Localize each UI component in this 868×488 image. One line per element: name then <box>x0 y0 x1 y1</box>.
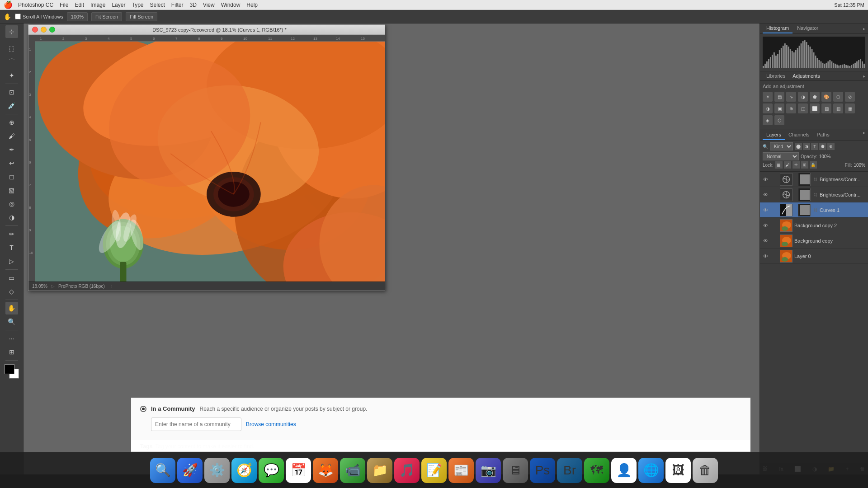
panel-expand-icon-2[interactable]: ▸ <box>863 74 865 79</box>
dock-facetime[interactable]: 📹 <box>340 458 365 483</box>
tab-navigator[interactable]: Navigator <box>793 23 822 33</box>
layer-item-bg-copy-2[interactable]: 👁 Background copy 2 <box>760 218 868 233</box>
layer-visibility-4[interactable]: 👁 <box>762 222 769 229</box>
channel-mixer-icon[interactable]: ⊕ <box>786 103 796 113</box>
healing-brush-tool[interactable]: ⊕ <box>5 116 18 129</box>
brush-tool[interactable]: 🖌 <box>5 130 18 142</box>
layer-item-curves[interactable]: 👁 ⛓ Curves 1 <box>760 202 868 218</box>
selective-color-icon[interactable]: ◈ <box>763 115 773 125</box>
color-balance-icon[interactable]: ⬡ <box>833 92 843 102</box>
extra-tools[interactable]: ··· <box>5 332 18 345</box>
layer-filter-select[interactable]: Kind <box>770 142 793 150</box>
scroll-all-checkbox[interactable] <box>15 14 21 19</box>
menubar-file[interactable]: File <box>60 2 68 8</box>
custom-shape-tool[interactable]: ◇ <box>5 285 18 298</box>
threshold-icon[interactable]: ▥ <box>833 103 843 113</box>
dock-finder[interactable]: 🔍 <box>150 458 175 483</box>
browse-communities-link[interactable]: Browse communities <box>246 421 296 427</box>
layer-visibility-2[interactable]: 👁 <box>762 191 769 198</box>
menubar-photoshop[interactable]: Photoshop CC <box>18 2 53 8</box>
dock-network[interactable]: 🌐 <box>638 458 664 483</box>
gradient-map-icon[interactable]: ▦ <box>845 103 855 113</box>
posterize-icon[interactable]: ▨ <box>821 103 831 113</box>
dock-safari[interactable]: 🧭 <box>231 458 257 483</box>
photo-filter-icon[interactable]: ▣ <box>774 103 784 113</box>
dock-calendar[interactable]: 📅 <box>286 458 311 483</box>
dodge-tool[interactable]: ◑ <box>5 211 18 224</box>
hand-tool[interactable]: ✋ <box>5 302 18 314</box>
menubar-window[interactable]: Window <box>221 2 241 8</box>
gradient-tool[interactable]: ▧ <box>5 184 18 197</box>
minimize-button[interactable] <box>41 27 47 33</box>
lock-paint-icon[interactable]: 🖌 <box>784 161 791 169</box>
scroll-all-windows-check[interactable]: Scroll All Windows <box>15 14 63 19</box>
dock-contacts[interactable]: 👤 <box>611 458 637 483</box>
dock-messages[interactable]: 💬 <box>259 458 284 483</box>
tab-histogram[interactable]: Histogram <box>763 23 793 33</box>
fill-screen-button[interactable]: Fill Screen <box>126 12 157 21</box>
close-button[interactable] <box>32 27 38 33</box>
black-white-icon[interactable]: ◑ <box>763 103 773 113</box>
menubar-type[interactable]: Type <box>132 2 143 8</box>
tab-libraries[interactable]: Libraries <box>763 71 789 80</box>
lock-artboard-icon[interactable]: ⊞ <box>801 161 808 169</box>
move-tool[interactable]: ⊹ <box>5 25 18 38</box>
tab-adjustments[interactable]: Adjustments <box>789 71 824 80</box>
filter-adjustment-icon[interactable]: ◑ <box>803 143 810 150</box>
rectangle-tool[interactable]: ▭ <box>5 272 18 284</box>
menubar-image[interactable]: Image <box>90 2 105 8</box>
exposure-icon[interactable]: ◑ <box>798 92 808 102</box>
document-canvas[interactable] <box>35 42 385 282</box>
apple-menu[interactable]: 🍎 <box>4 0 13 9</box>
dock-photos[interactable]: 🖼 <box>665 458 691 483</box>
lock-move-icon[interactable]: ✛ <box>793 161 800 169</box>
curves-icon[interactable]: ∿ <box>786 92 796 102</box>
zoom-display[interactable]: 100% <box>67 12 88 21</box>
menubar-filter[interactable]: Filter <box>171 2 184 8</box>
menubar-3d[interactable]: 3D <box>190 2 197 8</box>
magic-wand-tool[interactable]: ✦ <box>5 69 18 82</box>
maximize-button[interactable] <box>49 27 55 33</box>
panel-expand-icon-3[interactable]: ▸ <box>863 130 865 140</box>
layer-visibility-5[interactable]: 👁 <box>762 237 769 244</box>
menubar-help[interactable]: Help <box>246 2 258 8</box>
community-name-input[interactable] <box>151 418 241 431</box>
menubar-view[interactable]: View <box>203 2 215 8</box>
panel-expand-icon[interactable]: ▸ <box>863 26 865 31</box>
blur-tool[interactable]: ◎ <box>5 197 18 210</box>
tab-paths[interactable]: Paths <box>813 130 833 140</box>
dock-itunes[interactable]: 🎵 <box>394 458 420 483</box>
fit-screen-button[interactable]: Fit Screen <box>91 12 122 21</box>
foreground-color[interactable] <box>5 364 14 374</box>
clone-stamp-tool[interactable]: ✒ <box>5 143 18 156</box>
menubar-select[interactable]: Select <box>150 2 165 8</box>
filter-pixel-icon[interactable]: ⬤ <box>795 143 802 150</box>
menubar-edit[interactable]: Edit <box>75 2 84 8</box>
community-radio[interactable] <box>140 406 146 412</box>
brightness-contrast-icon[interactable]: ☀ <box>763 92 773 102</box>
vibrance-icon[interactable]: ⬟ <box>810 92 820 102</box>
dock-maps[interactable]: 🗺 <box>584 458 609 483</box>
eyedropper-tool[interactable]: 💉 <box>5 99 18 112</box>
dock-reeder[interactable]: 📰 <box>448 458 474 483</box>
foreground-background-colors[interactable] <box>5 364 19 379</box>
dock-finder2[interactable]: 📁 <box>367 458 392 483</box>
pen-tool[interactable]: ✏ <box>5 228 18 240</box>
filter-type-icon[interactable]: T <box>811 143 818 150</box>
blend-mode-select[interactable]: Normal <box>763 152 799 160</box>
filter-smart-icon[interactable]: ⊕ <box>827 143 835 150</box>
dock-bridge[interactable]: Br <box>557 458 582 483</box>
layer-item-brightness-1[interactable]: 👁 ⛓ Brightness <box>760 172 868 187</box>
layer-item-bg-copy[interactable]: 👁 Background copy <box>760 233 868 249</box>
path-selection-tool[interactable]: ▷ <box>5 255 18 267</box>
smart-object-icon[interactable]: ⬡ <box>774 115 784 125</box>
layer-item-brightness-2[interactable]: 👁 ⛓ Brightness <box>760 187 868 202</box>
ban-icon[interactable]: ⊘ <box>845 92 855 102</box>
lasso-tool[interactable]: ⌒ <box>5 56 18 68</box>
type-tool[interactable]: T <box>5 241 18 254</box>
dock-launchpad[interactable]: 🚀 <box>177 458 203 483</box>
dock-preferences[interactable]: ⚙️ <box>204 458 230 483</box>
color-lookup-icon[interactable]: ◫ <box>798 103 808 113</box>
zoom-tool[interactable]: 🔍 <box>5 315 18 328</box>
dock-lightroom[interactable]: 📷 <box>476 458 501 483</box>
